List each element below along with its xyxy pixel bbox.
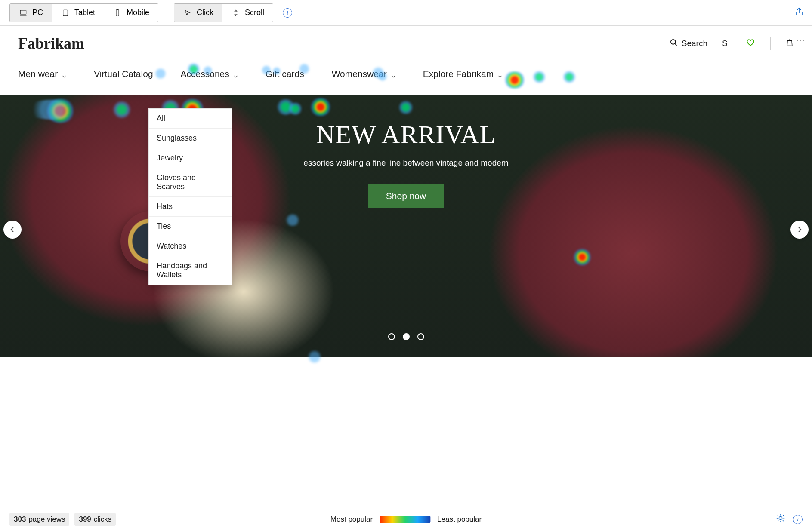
svg-point-4 [117,15,118,15]
accessories-menu-item[interactable]: Gloves and Scarves [149,168,232,197]
device-mobile-label: Mobile [127,8,149,17]
search-icon [670,38,678,49]
nav-label-giftcards: Gift cards [266,69,304,79]
scroll-icon [231,9,241,17]
legend-spectrum [380,516,430,523]
nav-item-giftcards[interactable]: Gift cards [266,69,304,79]
footer-info-icon[interactable]: i [793,515,803,524]
shopping-bag-icon[interactable] [785,38,794,49]
page-preview: Fabrikam Search S Men [0,26,812,507]
divider [770,37,771,50]
carousel-dot[interactable] [388,333,395,340]
device-mobile-button[interactable]: Mobile [104,4,158,22]
nav-item-virtual[interactable]: Virtual Catalog [94,69,153,79]
pc-icon [19,9,28,17]
mobile-icon [113,9,122,17]
chevron-down-icon [61,71,66,77]
nav-item-menwear[interactable]: Men wear [18,69,66,79]
hero-banner: NEW ARRIVAL essories walking a fine line… [0,95,812,357]
page-views-count: 303 [14,515,26,524]
svg-rect-0 [20,10,26,14]
search-label: Search [682,39,707,48]
hero-title: NEW ARRIVAL [316,120,496,150]
nav-label-explore: Explore Fabrikam [423,69,494,79]
nav-item-womenswear[interactable]: Womenswear [332,69,395,79]
brand-logo[interactable]: Fabrikam [18,34,84,52]
mode-scroll-button[interactable]: Scroll [222,4,273,22]
account-icon[interactable]: S [722,39,732,48]
page-views-label: page views [28,515,65,524]
legend-least-label: Least popular [437,515,482,524]
nav-label-virtual: Virtual Catalog [94,69,153,79]
more-dots-icon[interactable] [797,40,804,41]
tablet-icon [61,9,70,17]
carousel-next-button[interactable] [790,221,809,239]
clicks-pill: 399 clicks [74,513,116,526]
accessories-menu-item[interactable]: Ties [149,217,232,236]
mode-scroll-label: Scroll [245,8,264,17]
clicks-count: 399 [79,515,91,524]
site-header: Fabrikam Search S Men [0,26,812,95]
accessories-menu-item[interactable]: All [149,109,232,129]
accessories-menu-item[interactable]: Sunglasses [149,129,232,148]
chevron-down-icon [497,71,502,77]
nav-label-womenswear: Womenswear [332,69,387,79]
share-icon[interactable] [794,7,804,19]
mode-toggle-group: ClickScroll [174,3,273,22]
brightness-icon[interactable] [776,513,785,525]
carousel-prev-button[interactable] [3,221,22,239]
chevron-down-icon [233,71,238,77]
mode-click-button[interactable]: Click [174,4,222,22]
click-icon [183,9,192,17]
popularity-legend: Most popular Least popular [330,515,482,524]
svg-point-2 [65,15,66,15]
carousel-dot[interactable] [403,333,410,340]
device-tablet-button[interactable]: Tablet [52,4,104,22]
primary-nav: Men wearVirtual CatalogAccessoriesGift c… [18,61,794,87]
device-pc-label: PC [32,8,43,17]
search-action[interactable]: Search [670,38,707,49]
legend-most-label: Most popular [330,515,373,524]
shop-now-button[interactable]: Shop now [368,184,444,208]
nav-label-menwear: Men wear [18,69,58,79]
nav-item-explore[interactable]: Explore Fabrikam [423,69,503,79]
nav-label-accessories: Accessories [181,69,229,79]
clicks-label: clicks [94,515,112,524]
accessories-dropdown: AllSunglassesJewelryGloves and ScarvesHa… [148,108,232,285]
mode-click-label: Click [197,8,213,17]
page-views-pill: 303 page views [9,513,69,526]
carousel-dot[interactable] [417,333,424,340]
device-pc-button[interactable]: PC [10,4,52,22]
analytics-toolbar: PCTabletMobile ClickScroll i [0,0,812,26]
svg-point-5 [671,39,676,44]
nav-item-accessories[interactable]: Accessories [181,69,238,79]
wishlist-heart-icon[interactable] [746,38,756,49]
analytics-footer: 303 page views 399 clicks Most popular L… [0,507,812,531]
chevron-down-icon [390,71,395,77]
device-toggle-group: PCTabletMobile [9,3,158,22]
hero-subtitle: essories walking a fine line between vin… [303,158,508,168]
info-icon[interactable]: i [283,8,292,18]
accessories-menu-item[interactable]: Handbags and Wallets [149,256,232,285]
carousel-dots [388,333,424,340]
accessories-menu-item[interactable]: Watches [149,236,232,256]
svg-point-6 [779,516,782,519]
device-tablet-label: Tablet [74,8,95,17]
accessories-menu-item[interactable]: Hats [149,197,232,217]
accessories-menu-item[interactable]: Jewelry [149,148,232,168]
